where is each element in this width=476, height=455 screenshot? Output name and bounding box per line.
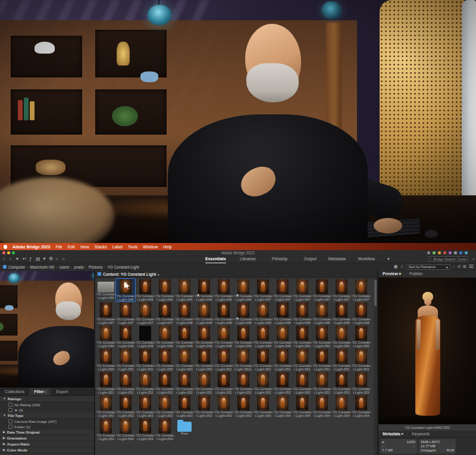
rotate-icon[interactable]: ↺: [457, 263, 461, 270]
menu-item-label[interactable]: Label: [112, 245, 123, 249]
thumbnail-YG Constant Light-0548.CR2[interactable]: YG Constant Light-0548.CR2: [136, 418, 155, 441]
thumbnail-YG Constant Light-0481.CR2[interactable]: YG Constant Light-0481.CR2: [195, 302, 214, 325]
thumbnail-YG Constant Light-0531.CR2[interactable]: YG Constant Light-0531.CR2: [352, 372, 371, 394]
thumbnail-YG Constant Light-0525.CR2[interactable]: YG Constant Light-0525.CR2: [234, 372, 253, 394]
filter-group-date-time-original[interactable]: ▶Date Time Original: [0, 429, 94, 435]
thumbnail-YG Constant Light-0520.CR2[interactable]: YG Constant Light-0520.CR2: [136, 372, 155, 394]
menubar-status-icon[interactable]: [454, 251, 457, 254]
filter-group-aspect-ratio[interactable]: ▶Aspect Ratio: [0, 441, 94, 447]
thumbnail-YG Constant Light-0547.CR2[interactable]: YG Constant Light-0547.CR2: [116, 418, 135, 441]
thumbnail-YG Constant Light-0549.CR2[interactable]: YG Constant Light-0549.CR2: [155, 418, 174, 441]
search-input[interactable]: ⌕ Bridge Search: Content: [428, 256, 468, 261]
thumbnail-YG Constant Light-0513.CR2[interactable]: YG Constant Light-0513.CR2: [273, 348, 292, 371]
workspace-overflow-chevron-icon[interactable]: ▾: [387, 255, 390, 263]
menubar-status-icon[interactable]: [443, 251, 446, 254]
thumbnail-YG Constant Light-0493.CR2[interactable]: YG Constant Light-0493.CR2: [155, 325, 174, 348]
thumbnail-YG Constant Light-0522.CR2[interactable]: YG Constant Light-0522.CR2: [175, 372, 194, 394]
sort-ascending-icon[interactable]: ↑: [453, 263, 455, 270]
menubar-status-icon[interactable]: [427, 251, 430, 254]
thumbnail-YG Constant Light-0485.CR2[interactable]: YG Constant Light-0485.CR2: [273, 302, 292, 325]
thumbnail-YG Constant Light-0488.CR2[interactable]: YG Constant Light-0488.CR2: [332, 302, 351, 325]
menubar-status-icon[interactable]: [449, 251, 452, 254]
thumbnail-YG Constant Light-0497.CR2[interactable]: YG Constant Light-0497.CR2: [234, 325, 253, 348]
thumbnail-YG Constant Light-0487.CR2[interactable]: YG Constant Light-0487.CR2: [312, 302, 331, 325]
thumbnail-YG Constant Light-0505.CR2[interactable]: YG Constant Light-0505.CR2: [116, 348, 135, 371]
thumbnail-YG Constant Light-0463.CR2[interactable]: YG Constant Light-0463.CR2: [116, 279, 135, 301]
thumbnail-YG Constant Light-0474.CR2[interactable]: YG Constant Light-0474.CR2: [332, 279, 351, 301]
preview-tab-preview[interactable]: Preview ▾: [378, 270, 405, 278]
thumbnail-YG Constant Light-0517.CR2[interactable]: YG Constant Light-0517.CR2: [352, 348, 371, 371]
thumbnail-YG Constant Light-0475.CR2[interactable]: YG Constant Light-0475.CR2: [352, 279, 371, 301]
thumbnail-YG Constant Light-0496.CR2[interactable]: YG Constant Light-0496.CR2: [214, 325, 233, 348]
thumbnail-YG Constant Light-0498.CR2[interactable]: YG Constant Light-0498.CR2: [253, 325, 273, 348]
thumbnail-YG Constant Light-0490.CR2[interactable]: YG Constant Light-0490.CR2: [96, 325, 115, 348]
content-panel-header[interactable]: Content: YG Constant Light ▸: [95, 270, 377, 278]
thumbnail-YG Constant Light-0467.CR2[interactable]: ★YG Constant Light-0467.CR2: [195, 279, 214, 301]
thumbnail-YG Constant Light-0507.CR2[interactable]: YG Constant Light-0507.CR2: [155, 348, 174, 371]
thumbnail-YG Constant Light-0506.CR2[interactable]: YG Constant Light-0506.CR2: [136, 348, 155, 371]
filter-item[interactable]: Camera Raw Image (167): [0, 419, 94, 424]
metadata-tab-metadata[interactable]: Metadata ≡: [378, 431, 408, 438]
content-scrollbar[interactable]: [374, 279, 377, 455]
menu-item-window[interactable]: Window: [143, 245, 158, 249]
thumbnail-YG Constant Light-0499.CR2[interactable]: YG Constant Light-0499.CR2: [273, 325, 292, 348]
thumbnail-YG Constant Light-0478.CR2[interactable]: YG Constant Light-0478.CR2: [136, 302, 155, 325]
thumbnail-YG Constant Light-0515.CR2[interactable]: YG Constant Light-0515.CR2: [312, 348, 331, 371]
thumbnail-YG Constant Light-0545.CR2[interactable]: YG Constant Light-0545.CR2: [352, 395, 371, 417]
thumbnail-YG Constant Light-0470.CR2[interactable]: YG Constant Light-0470.CR2: [253, 279, 273, 301]
workspace-tab-workflow[interactable]: Workflow: [358, 255, 375, 263]
thumbnail-YG Constant Light-0465.CR2[interactable]: YG Constant Light-0465.CR2: [155, 279, 174, 301]
thumbnail-YG Constant Light-0483.CR2[interactable]: ★YG Constant Light-0483.CR2: [234, 302, 253, 325]
folder-thumbnail-print[interactable]: Print: [175, 418, 194, 441]
search-scope-chevron-icon[interactable]: ▾: [472, 257, 474, 261]
rating-filter-icon[interactable]: ☆: [400, 263, 403, 270]
get-photos-camera-icon[interactable]: ▤: [36, 255, 40, 263]
preview-tab-publish[interactable]: Publish: [405, 270, 427, 278]
thumbnail-YG Constant Light-0462.CR2[interactable]: YG Constant Light-0462.CR2: [96, 279, 115, 301]
thumbnail-YG Constant Light-0480.CR2[interactable]: YG Constant Light-0480.CR2: [175, 302, 194, 325]
rotate-left-icon[interactable]: ○: [55, 255, 58, 263]
breadcrumb-segment[interactable]: YG Constant Light: [107, 265, 139, 269]
thumbnail-YG Constant Light-0510.CR2[interactable]: YG Constant Light-0510.CR2: [214, 348, 233, 371]
delete-icon[interactable]: ⌧: [469, 263, 474, 270]
filter-group-file-type[interactable]: ▼File Type: [0, 413, 94, 419]
apple-menu-icon[interactable]: [4, 245, 7, 249]
thumbnail-YG Constant Light-0482.CR2[interactable]: YG Constant Light-0482.CR2: [214, 302, 233, 325]
filter-item[interactable]: Folder (1): [0, 424, 94, 429]
thumbnail-YG Constant Light-0479.CR2[interactable]: YG Constant Light-0479.CR2: [155, 302, 174, 325]
thumbnail-YG Constant Light-0508.CR2[interactable]: YG Constant Light-0508.CR2: [175, 348, 194, 371]
filter-group-color-mode[interactable]: ▶Color Mode: [0, 447, 94, 453]
menu-item-file[interactable]: File: [55, 245, 62, 249]
filter-checkbox[interactable]: [8, 403, 12, 407]
thumbnail-YG Constant Light-0514.CR2[interactable]: YG Constant Light-0514.CR2: [293, 348, 312, 371]
thumbnail-YG Constant Light-0534.CR2[interactable]: YG Constant Light-0534.CR2: [136, 395, 155, 417]
boomerang-return-icon[interactable]: ↩: [23, 255, 27, 263]
metadata-tab-keywords[interactable]: Keywords: [408, 431, 434, 438]
thumbnail-YG Constant Light-0501.CR2[interactable]: YG Constant Light-0501.CR2: [312, 325, 331, 348]
thumbnail-YG Constant Light-0484.CR2[interactable]: YG Constant Light-0484.CR2: [253, 302, 273, 325]
filter-item[interactable]: ★ (3): [0, 407, 94, 413]
thumbnail-YG Constant Light-0503.CR2[interactable]: YG Constant Light-0503.CR2: [352, 325, 371, 348]
workspace-tab-output[interactable]: Output: [304, 255, 317, 263]
thumbnail-YG Constant Light-0491.CR2[interactable]: YG Constant Light-0491.CR2: [116, 325, 135, 348]
thumbnail-YG Constant Light-0511.CR2[interactable]: YG Constant Light-0511.CR2: [234, 348, 253, 371]
thumbnail-YG Constant Light-0500.CR2[interactable]: YG Constant Light-0500.CR2: [293, 325, 312, 348]
menubar-status-icon[interactable]: [459, 251, 462, 254]
breadcrumb-segment[interactable]: prado: [74, 265, 84, 269]
new-folder-icon[interactable]: ⊞: [463, 263, 466, 270]
sort-by-select[interactable]: Sort by Filename ▾: [406, 264, 450, 270]
menubar-status-icon[interactable]: [465, 251, 468, 254]
menubar-status-icon[interactable]: [438, 251, 441, 254]
thumbnail-YG Constant Light-0530.CR2[interactable]: YG Constant Light-0530.CR2: [332, 372, 351, 394]
thumbnail-YG Constant Light-0494.CR2[interactable]: YG Constant Light-0494.CR2: [175, 325, 194, 348]
scrollbar-thumb[interactable]: [374, 280, 377, 306]
camera-raw-icon[interactable]: ✦: [42, 255, 46, 263]
thumbnail-YG Constant Light-0476.CR2[interactable]: YG Constant Light-0476.CR2: [96, 302, 115, 325]
menu-item-edit[interactable]: Edit: [68, 245, 75, 249]
breadcrumb-segment[interactable]: Computer: [8, 265, 26, 269]
thumbnail-YG Constant Light-0527.CR2[interactable]: YG Constant Light-0527.CR2: [273, 372, 292, 394]
thumbnail-YG Constant Light-0529.CR2[interactable]: YG Constant Light-0529.CR2: [312, 372, 331, 394]
thumbnail-YG Constant Light-0512.CR2[interactable]: YG Constant Light-0512.CR2: [253, 348, 273, 371]
menu-item-help[interactable]: Help: [163, 245, 171, 249]
thumbnail-YG Constant Light-0536.CR2[interactable]: YG Constant Light-0536.CR2: [175, 395, 194, 417]
